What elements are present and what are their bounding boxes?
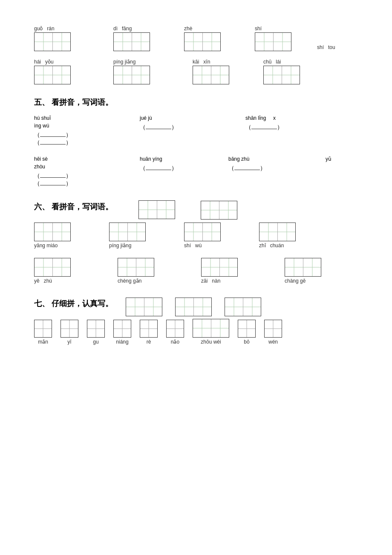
sec7-wen: wén (264, 320, 282, 346)
sec6-row2: yě zhú chèng gǎn zāi nàn chàng gē (34, 258, 358, 285)
section-5-title: 五、 看拼音，写词语。 (34, 97, 358, 107)
sec6-zhi-chuan: zhǐ chuán (259, 223, 296, 249)
sec5-item-bang-zhu: bāng zhù （） (228, 155, 266, 172)
sec5-item-shan-ling: shān lǐng x （） (245, 114, 283, 131)
word-kai-xin: kāi xīn (193, 59, 229, 84)
top-row-2: hái yǒu píng jiǎng kāi xīn chū l (34, 59, 358, 84)
word-hai-you: hái yǒu (34, 59, 71, 84)
sec5-item-yu: yǔ (326, 155, 331, 163)
word-zhe: zhè (184, 26, 221, 51)
sec5-row2: hēi sè zhòu （） （） huān yíng （） bāng zhù … (34, 155, 358, 188)
sec5-item-jue-ju: jué jù （） (140, 114, 177, 131)
sec5-item-huan-ying: huān yíng （） (140, 155, 177, 172)
word-guo-ran: guǒ rán (34, 26, 71, 51)
sec7-man: mǎn (34, 320, 52, 346)
top-section: guǒ rán dì fāng zhè shí (34, 26, 358, 84)
sec6-ye-zhu: yě zhú (34, 258, 71, 285)
sec6-yang-miao: yāng miáo (34, 223, 71, 249)
sec5-row1: hú shuǐ ìng wú （） （） jué jù （） shān lǐng… (34, 114, 358, 147)
sec7-re: rè (140, 320, 158, 346)
section-7-title: 七、 仔细拼，认真写。 (34, 298, 113, 309)
section-5: 五、 看拼音，写词语。 hú shuǐ ìng wú （） （） jué jù … (34, 97, 358, 188)
sec7-inline-box1 (126, 298, 162, 316)
sec7-title-row: 七、 仔细拼，认真写。 (34, 298, 358, 316)
sec7-inline-box3 (225, 298, 261, 316)
word-chu-lai: chū lái (263, 59, 300, 84)
sec7-bo: bō (238, 320, 256, 346)
sec6-shi-wu: shí wù (184, 223, 221, 249)
word-ping-jiang: píng jiǎng (113, 59, 150, 84)
sec7-nao: nǎo (166, 320, 184, 346)
section-6-title: 六、 看拼音，写词语。 (34, 202, 113, 212)
sec6-zai-nan: zāi nàn (201, 258, 238, 285)
word-shi1: shí (255, 26, 291, 51)
sec6-title-row: 六、 看拼音，写词语。 (34, 200, 358, 220)
section-6: 六、 看拼音，写词语。 yāng miáo (34, 200, 358, 285)
sec6-inline-box2 (201, 201, 237, 220)
sec6-chang-ge: chàng gē (285, 258, 321, 285)
section-7: 七、 仔细拼，认真写。 mǎn (34, 298, 358, 346)
sec6-cheng-gan: chèng gǎn (118, 258, 154, 285)
sec5-item-hu-shui: hú shuǐ ìng wú （） （） (34, 114, 72, 147)
top-row-1: guǒ rán dì fāng zhè shí (34, 26, 358, 51)
sec7-niang: niáng (113, 320, 131, 346)
sec7-inline-box2 (175, 298, 212, 316)
word-di-fang: dì fāng (113, 26, 150, 51)
sec6-ping-jiang: píng jiǎng (109, 223, 146, 249)
pinyin-guo-ran: guǒ rán (34, 26, 55, 32)
sec7-yi: yī (61, 320, 78, 346)
sec7-zhou-wei: zhōu wéi (193, 319, 229, 346)
sec6-row1: yāng miáo píng jiǎng shí wù zhǐ chuán (34, 223, 358, 249)
sec5-item-hei-se: hēi sè zhòu （） （） (34, 155, 72, 188)
sec7-box-row: mǎn yī gu niáng rè nǎo zhōu wéi (34, 319, 358, 346)
sec6-inline-box1 (138, 200, 175, 220)
word-shi-tou: shí tou (317, 44, 335, 51)
sec7-gu: gu (87, 320, 105, 346)
